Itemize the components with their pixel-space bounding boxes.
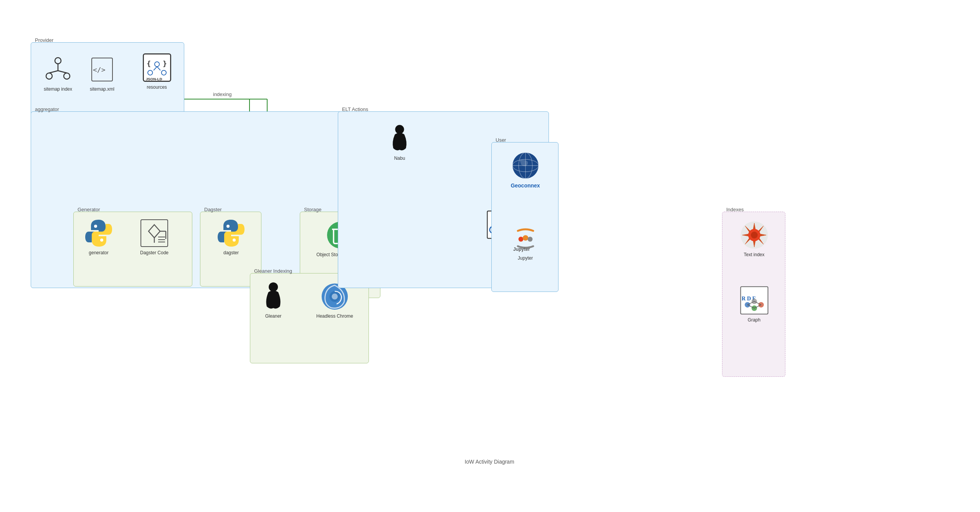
svg-text:{: {	[147, 60, 151, 68]
sitemap-xml-label: sitemap.xml	[90, 86, 114, 92]
dagster-code-label: Dagster Code	[140, 250, 169, 255]
gleaner-node: Gleaner	[256, 281, 291, 319]
svg-point-28	[64, 73, 70, 79]
svg-point-89	[527, 237, 532, 242]
svg-point-54	[233, 239, 236, 242]
graph-label: Graph	[748, 317, 760, 323]
generator-label: Generator	[78, 207, 100, 212]
indexes-box: Indexes	[722, 212, 785, 377]
generator-box: Generator generator	[73, 212, 192, 287]
python-dagster-icon	[216, 218, 246, 249]
gleaner-label: Gleaner	[265, 313, 282, 319]
dagster-node-label: dagster	[223, 250, 239, 255]
provider-label: Provider	[35, 37, 53, 43]
sitemap-index-label: sitemap index	[44, 86, 72, 92]
diagram-container: indexing invokes invokes	[23, 23, 956, 476]
resources-icon: { } JSON-LD	[142, 52, 172, 83]
svg-line-31	[58, 71, 67, 73]
svg-text:indexing: indexing	[213, 91, 231, 97]
dagster-code-node: Dagster Code	[131, 218, 177, 255]
svg-point-56	[269, 282, 278, 292]
svg-point-67	[751, 305, 757, 311]
graph-icon: R D F	[739, 285, 770, 316]
elt-actions-label: ELT Actions	[342, 106, 368, 112]
svg-point-66	[745, 302, 750, 307]
svg-point-27	[46, 73, 52, 79]
generator-node-label: generator	[89, 250, 108, 255]
jupyter-icon: Jupyter	[510, 223, 541, 254]
svg-text:JSON-LD: JSON-LD	[145, 77, 162, 81]
geoconnex-icon	[510, 150, 541, 181]
svg-point-63	[751, 232, 758, 239]
svg-point-60	[395, 125, 404, 134]
dagster-box-label: Dagster	[204, 207, 222, 212]
svg-point-87	[518, 237, 523, 242]
python-generator-icon	[83, 218, 114, 249]
svg-line-30	[49, 71, 58, 73]
text-index-label: Text index	[744, 252, 764, 257]
jupyter-label: Jupyter	[518, 255, 533, 261]
svg-point-69	[751, 299, 757, 304]
svg-point-44	[100, 239, 103, 242]
diagram-caption: IoW Activity Diagram	[464, 459, 514, 465]
text-index-node: Text index	[724, 220, 784, 257]
resources-node: { } JSON-LD resources	[137, 52, 177, 90]
svg-text:</>: </>	[93, 66, 106, 74]
gleaner-icon	[258, 281, 289, 312]
sitemap-index-icon	[43, 54, 73, 85]
svg-marker-46	[149, 225, 160, 238]
svg-point-68	[758, 302, 764, 307]
sitemap-index-node: sitemap index	[41, 54, 75, 92]
nabu-label: Nabu	[394, 156, 405, 161]
graph-node: R D F Graph	[724, 285, 784, 323]
svg-text:}: }	[163, 60, 167, 68]
storage-label: Storage	[304, 207, 322, 212]
svg-point-53	[226, 225, 230, 228]
svg-point-88	[522, 235, 528, 240]
sitemap-xml-node: </> sitemap.xml	[85, 54, 119, 92]
sitemap-xml-icon: </>	[87, 54, 117, 85]
svg-point-59	[332, 293, 338, 300]
resources-label: resources	[147, 85, 167, 90]
aggregator-label: aggregator	[35, 106, 59, 112]
jupyter-node: Jupyter Jupyter	[494, 223, 557, 261]
user-box: User Geoconnex	[491, 142, 559, 292]
user-box-label: User	[496, 137, 506, 143]
indexes-label: Indexes	[726, 207, 744, 212]
nabu-node: Nabu	[382, 123, 417, 161]
svg-text:Jupyter: Jupyter	[513, 247, 530, 252]
svg-point-26	[55, 58, 61, 64]
dagster-node: dagster	[206, 218, 256, 255]
generator-node: generator	[78, 218, 120, 255]
text-index-icon	[739, 220, 770, 250]
geoconnex-node: Geoconnex	[494, 150, 557, 189]
gleaner-indexing-label: Gleaner Indexing	[254, 268, 292, 274]
nabu-icon	[384, 123, 415, 154]
dagster-code-icon	[139, 218, 170, 249]
svg-point-43	[94, 225, 97, 228]
headless-chrome-label: Headless Chrome	[316, 313, 353, 319]
geoconnex-label: Geoconnex	[511, 182, 540, 189]
